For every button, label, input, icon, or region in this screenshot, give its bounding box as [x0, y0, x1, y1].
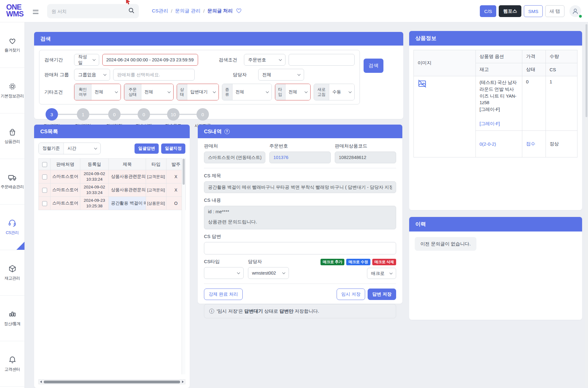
kind-select[interactable]: 전체	[232, 84, 272, 100]
breadcrumb-cs-mgmt[interactable]: CS관리	[152, 8, 168, 14]
search-button[interactable]: 검색	[364, 59, 383, 73]
table-row[interactable]: 스마트스토어 2024-09-0210:33:24 상품사용관련문의드 [고객문…	[39, 170, 186, 183]
bulk-reply-button[interactable]: 일괄답변	[135, 143, 159, 154]
favorite-page-icon[interactable]	[236, 7, 242, 15]
sort-label: 정렬기준	[39, 143, 64, 154]
global-search-input[interactable]	[51, 9, 128, 14]
scroll-right-icon[interactable]	[181, 380, 185, 384]
type-select[interactable]: 전체	[285, 84, 310, 100]
option-link[interactable]: [그레이-F]	[480, 120, 518, 127]
webpos-button[interactable]: 웹포스	[499, 5, 521, 17]
row-checkbox[interactable]	[42, 188, 47, 193]
col-image: 이미지	[414, 50, 476, 76]
sort-select[interactable]: 시간	[64, 143, 100, 154]
order-no-field[interactable]	[269, 152, 331, 163]
refresh-select[interactable]: 수동	[329, 84, 354, 100]
sidebar-item-cs-mgmt[interactable]: CS관리	[0, 205, 24, 250]
condition-value-input[interactable]	[289, 54, 355, 66]
temp-save-button[interactable]: 임시 저장	[337, 289, 365, 300]
sidebar: 즐겨찾기 기본정보관리 상품관리 주문배송관리 CS관리 재고관리 정산/통계 …	[0, 22, 25, 388]
sidebar-item-basic-info[interactable]: 기본정보관리	[0, 68, 24, 113]
sidebar-item-favorites[interactable]: 즐겨찾기	[0, 22, 24, 68]
filter-box: 검색기간 작성일 검색조건 주문번호 판매처 그룹 그룹없음 담당자 전체 기타…	[39, 50, 360, 104]
period-type-select[interactable]: 작성일	[74, 54, 99, 66]
sidebar-item-products[interactable]: 상품관리	[0, 113, 24, 159]
sidebar-item-settlement-stats[interactable]: 정산/통계	[0, 296, 24, 341]
breadcrumb-inquiry-mgmt[interactable]: 문의글 관리	[175, 8, 201, 14]
macro-add-button[interactable]: 매크로 추가	[321, 259, 344, 265]
question-circle-icon[interactable]: ?	[224, 129, 230, 134]
condition-type-select[interactable]: 주문번호	[244, 54, 285, 66]
filter-kind: 종류 전체	[222, 84, 272, 100]
headset-icon	[8, 219, 16, 227]
col-cs: CS	[546, 63, 577, 76]
row-checkbox[interactable]	[42, 201, 47, 206]
macro-delete-button[interactable]: 매크로 삭제	[372, 259, 396, 265]
period-label: 검색기간	[44, 57, 71, 63]
search-icon[interactable]	[128, 7, 135, 15]
sms-button[interactable]: SMS	[524, 5, 543, 17]
manager-select[interactable]: 전체	[258, 69, 304, 81]
chevron-down-icon	[390, 271, 393, 274]
order-status-select[interactable]: 전체	[141, 84, 173, 100]
chevron-down-icon	[279, 58, 282, 61]
confirm-status-select[interactable]: 전체	[91, 84, 121, 100]
macro-select[interactable]: 매크로	[367, 268, 396, 279]
cs-reply-input[interactable]	[204, 242, 396, 254]
seller-search-input[interactable]	[113, 69, 195, 81]
cs-reply-label: CS 답변	[204, 234, 221, 239]
macro-edit-button[interactable]: 매크로 수정	[346, 259, 370, 265]
filter-label: 타입	[275, 84, 285, 100]
truck-icon	[8, 174, 17, 181]
table-row[interactable]: 스마트스토어 2024-09-0210:33:24 상품사용관련문의드 [고객문…	[39, 183, 186, 197]
sidebar-item-order-shipping[interactable]: 주문배송관리	[0, 159, 24, 205]
product-code-field	[335, 152, 396, 163]
cs-table-header-row: 판매처명 등록일 제목 타입 발주	[39, 159, 186, 170]
cs-detail-header: CS내역 ?	[198, 125, 402, 138]
scroll-left-icon[interactable]	[39, 380, 43, 384]
app-logo[interactable]: ONE WMS	[6, 4, 24, 17]
scrollbar-thumb[interactable]	[44, 381, 180, 383]
sidebar-item-inventory[interactable]: 재고관리	[0, 250, 24, 296]
product-price-cell: 0	[522, 76, 546, 131]
row-checkbox[interactable]	[42, 174, 47, 179]
force-complete-button[interactable]: 강제 완료 처리	[204, 289, 243, 300]
breadcrumb-sep: /	[203, 8, 205, 14]
seller-group-label: 판매처 그룹	[44, 72, 71, 78]
menu-icon[interactable]	[33, 9, 38, 15]
heart-icon	[8, 37, 16, 45]
col-status: 상태	[522, 63, 546, 76]
table-row-selected[interactable]: 스마트스토어 2024-09-2310:25:38 공간활용 벽걸이 메 [상품…	[39, 197, 186, 210]
list-vertical-scrollbar[interactable]	[182, 158, 185, 374]
sidebar-item-support-center[interactable]: 고객센터	[0, 341, 24, 387]
col-price: 가격	[522, 50, 546, 63]
image-off-icon	[418, 79, 427, 88]
profile-avatar[interactable]	[569, 5, 581, 17]
state-select[interactable]: 답변대기	[187, 84, 219, 100]
page-vertical-scrollbar[interactable]	[585, 23, 588, 387]
product-status-cell[interactable]: 접수	[522, 131, 546, 157]
filter-label: 새로고침	[314, 84, 329, 100]
col-seller: 판매처명	[51, 159, 80, 170]
new-tab-button[interactable]: 새 탭	[545, 5, 564, 17]
history-panel: 이력 이전 문의글이 없습니다.	[409, 217, 582, 320]
product-stock-cell[interactable]: 0(2-0-2)	[476, 131, 522, 157]
seller-group-select[interactable]: 그룹없음	[74, 69, 110, 81]
list-horizontal-scrollbar[interactable]	[38, 379, 185, 384]
col-type: 타입	[146, 159, 166, 170]
reply-save-button[interactable]: 답변 저장	[368, 289, 396, 300]
chevron-down-icon	[92, 58, 95, 61]
bulk-assign-button[interactable]: 일괄지정	[161, 143, 185, 154]
cs-mode-button[interactable]: C/S	[480, 5, 496, 17]
chevron-down-icon	[94, 146, 97, 149]
seller-field	[204, 152, 265, 163]
order-no-label: 주문번호	[269, 143, 331, 149]
filter-label: 확인여부	[74, 84, 91, 100]
select-all-checkbox[interactable]	[42, 162, 47, 167]
cs-type-select[interactable]	[204, 267, 244, 279]
assignee-select[interactable]: wmstest002	[248, 267, 289, 279]
cs-subject-label: CS 제목	[204, 173, 221, 178]
bell-icon	[8, 356, 16, 364]
history-empty-message: 이전 문의글이 없습니다.	[415, 237, 476, 251]
date-range-input[interactable]	[102, 54, 198, 66]
